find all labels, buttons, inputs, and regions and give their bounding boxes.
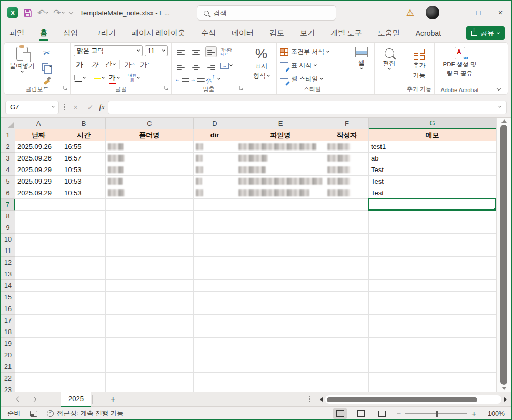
zoom-in-button[interactable]: + <box>471 409 476 418</box>
align-right-button[interactable] <box>205 60 217 71</box>
cell-A6[interactable]: 2025.09.29 <box>15 187 62 199</box>
next-sheet-icon[interactable] <box>32 397 37 402</box>
cell-D23[interactable] <box>194 384 236 392</box>
cell-E3[interactable] <box>236 153 325 164</box>
cell-A15[interactable] <box>15 292 62 303</box>
cell-G5[interactable]: Test <box>369 176 496 187</box>
cell-G21[interactable] <box>369 361 496 373</box>
cell-C23[interactable] <box>106 384 194 392</box>
vertical-scrollbar[interactable] <box>496 118 511 392</box>
cell-D6[interactable] <box>194 187 236 199</box>
tabbar-splitter[interactable] <box>307 396 312 403</box>
align-top-button[interactable] <box>175 46 186 57</box>
cell-D3[interactable] <box>194 153 236 164</box>
cell-A2[interactable]: 2025.09.26 <box>15 141 62 153</box>
cell-E23[interactable] <box>236 384 325 392</box>
cell-C17[interactable] <box>106 315 194 326</box>
cell-E22[interactable] <box>236 373 325 384</box>
shrink-font-button[interactable]: 가ˇ <box>139 59 150 70</box>
cell-styles-button[interactable]: 셀 스타일 <box>280 74 323 85</box>
cell-G13[interactable] <box>369 268 496 280</box>
warning-icon[interactable]: ⚠ <box>406 7 414 18</box>
selected-cell-G7[interactable] <box>368 198 496 211</box>
row-header-15[interactable]: 15 <box>1 292 15 303</box>
scroll-up-icon[interactable] <box>501 119 507 123</box>
cell-F6[interactable] <box>325 187 369 199</box>
row-header-11[interactable]: 11 <box>1 245 15 257</box>
row-header-18[interactable]: 18 <box>1 326 15 338</box>
alignment-dialog-launcher[interactable] <box>239 83 244 93</box>
cell-B8[interactable] <box>62 211 106 222</box>
row-header-12[interactable]: 12 <box>1 257 15 268</box>
row-header-6[interactable]: 6 <box>1 187 15 199</box>
cell-A9[interactable] <box>15 222 62 234</box>
column-header-B[interactable]: B <box>62 118 106 129</box>
page-layout-view-button[interactable] <box>354 408 368 419</box>
row-header-3[interactable]: 3 <box>1 153 15 164</box>
cell-G11[interactable] <box>369 245 496 257</box>
cell-A18[interactable] <box>15 326 62 338</box>
row-header-4[interactable]: 4 <box>1 164 15 176</box>
cell-E13[interactable] <box>236 268 325 280</box>
cell-C5[interactable] <box>106 176 194 187</box>
cell-F3[interactable] <box>325 153 369 164</box>
cell-F12[interactable] <box>325 257 369 268</box>
cell-F17[interactable] <box>325 315 369 326</box>
vertical-scroll-thumb[interactable] <box>500 125 507 385</box>
tab-review[interactable]: 검토 <box>268 25 285 41</box>
cell-B3[interactable]: 16:57 <box>62 153 106 164</box>
cell-E12[interactable] <box>236 257 325 268</box>
cell-D12[interactable] <box>194 257 236 268</box>
normal-view-button[interactable] <box>333 408 347 419</box>
format-painter-button[interactable] <box>41 75 53 86</box>
italic-button[interactable]: 가 <box>88 59 102 70</box>
cell-F13[interactable] <box>325 268 369 280</box>
column-header-D[interactable]: D <box>194 118 236 129</box>
align-left-button[interactable] <box>175 60 186 71</box>
cell-G16[interactable] <box>369 303 496 315</box>
cell-G9[interactable] <box>369 222 496 234</box>
row-header-10[interactable]: 10 <box>1 234 15 245</box>
tab-draw[interactable]: 그리기 <box>93 25 117 41</box>
cell-F10[interactable] <box>325 234 369 245</box>
save-icon[interactable] <box>23 8 32 17</box>
column-header-C[interactable]: C <box>106 118 194 129</box>
row-header-21[interactable]: 21 <box>1 361 15 373</box>
cell-B5[interactable]: 10:53 <box>62 176 106 187</box>
cell-F8[interactable] <box>325 211 369 222</box>
row-header-16[interactable]: 16 <box>1 303 15 315</box>
cell-D16[interactable] <box>194 303 236 315</box>
cell-C15[interactable] <box>106 292 194 303</box>
cell-E14[interactable] <box>236 280 325 292</box>
cell-A10[interactable] <box>15 234 62 245</box>
cell-B18[interactable] <box>62 326 106 338</box>
cell-G15[interactable] <box>369 292 496 303</box>
font-color-button[interactable]: 가 <box>108 73 120 84</box>
tab-insert[interactable]: 삽입 <box>62 25 79 41</box>
cell-E19[interactable] <box>236 338 325 349</box>
cell-D22[interactable] <box>194 373 236 384</box>
tab-data[interactable]: 데이터 <box>230 25 255 41</box>
row-header-19[interactable]: 19 <box>1 338 15 349</box>
formula-input[interactable] <box>108 101 507 114</box>
copy-button[interactable] <box>41 61 53 72</box>
tab-home[interactable]: 홈 <box>39 25 48 41</box>
cell-B16[interactable] <box>62 303 106 315</box>
row-header-7[interactable]: 7 <box>1 199 15 211</box>
cell-F20[interactable] <box>325 349 369 361</box>
row-header-13[interactable]: 13 <box>1 268 15 280</box>
cell-A22[interactable] <box>15 373 62 384</box>
cells-button[interactable]: 셀 <box>352 45 371 69</box>
cell-B14[interactable] <box>62 280 106 292</box>
cell-D7[interactable] <box>194 199 236 211</box>
cell-D18[interactable] <box>194 326 236 338</box>
cell-D17[interactable] <box>194 315 236 326</box>
font-dialog-launcher[interactable] <box>164 83 169 93</box>
cell-F11[interactable] <box>325 245 369 257</box>
merge-center-button[interactable]: ↔ <box>220 60 232 71</box>
cell-G6[interactable]: Test <box>369 187 496 199</box>
cell-A17[interactable] <box>15 315 62 326</box>
tab-view[interactable]: 보기 <box>299 25 316 41</box>
row-header-17[interactable]: 17 <box>1 315 15 326</box>
cell-C9[interactable] <box>106 222 194 234</box>
